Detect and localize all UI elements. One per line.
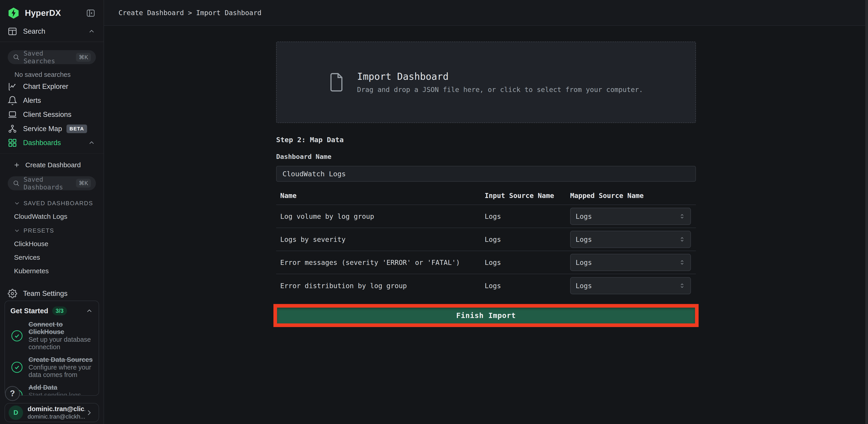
sidebar-item-label: Alerts xyxy=(23,97,41,105)
app-title: HyperDX xyxy=(25,8,61,18)
get-started-item-add-data[interactable]: Add Data Start sending logs, metrics, or… xyxy=(10,384,93,396)
sidebar-divider xyxy=(0,153,103,154)
sidebar-item-label: Chart Explorer xyxy=(23,83,68,91)
sidebar-item-search[interactable]: Search xyxy=(0,24,103,38)
chevron-down-icon xyxy=(14,200,20,206)
chevron-up-icon xyxy=(86,307,93,315)
input-source-cell: Logs xyxy=(485,213,570,220)
no-saved-searches-note: No saved searches xyxy=(14,71,103,78)
finish-import-button[interactable]: Finish Import xyxy=(277,307,695,323)
sidebar-item-team-settings[interactable]: Team Settings xyxy=(0,287,103,301)
mapped-source-select[interactable]: Logs xyxy=(570,277,691,294)
import-dashboard-panel: Import Dashboard Drag and drop a JSON fi… xyxy=(104,26,868,424)
select-chevrons-icon xyxy=(679,213,685,220)
avatar: D xyxy=(9,405,23,420)
get-started-item-connect[interactable]: Connect to ClickHouse Set up your databa… xyxy=(10,321,93,351)
dashboards-icon xyxy=(7,138,18,148)
annotation-highlight-box: Finish Import xyxy=(273,304,699,327)
get-started-header[interactable]: Get Started 3/3 xyxy=(10,306,93,315)
sidebar-item-client-sessions[interactable]: Client Sessions xyxy=(0,107,103,122)
get-started-item-desc: Configure where your data comes from xyxy=(29,364,93,379)
chart-name-cell: Error distribution by log group xyxy=(276,282,485,290)
check-circle-icon xyxy=(10,329,24,343)
chart-name-cell: Error messages (severity 'ERROR' or 'FAT… xyxy=(276,259,485,266)
create-dashboard-label: Create Dashboard xyxy=(25,161,81,169)
sidebar-item-dashboards[interactable]: Dashboards xyxy=(0,136,103,150)
breadcrumb-separator: > xyxy=(188,9,192,17)
preset-item-services[interactable]: Services xyxy=(0,254,103,261)
dashboard-item-cloudwatch-logs[interactable]: CloudWatch Logs xyxy=(0,213,103,220)
laptop-icon xyxy=(7,109,18,120)
get-started-progress-badge: 3/3 xyxy=(52,306,67,315)
saved-searches-input[interactable]: Saved Searches ⌘K xyxy=(8,50,96,64)
get-started-item-title: Create Data Sources xyxy=(29,356,93,363)
plus-icon xyxy=(13,161,20,169)
section-label: PRESETS xyxy=(24,227,54,234)
dashboard-name-input[interactable] xyxy=(276,166,696,182)
user-email: dominic.tran@clickh... xyxy=(28,413,85,420)
main-area: Create Dashboard > Import Dashboard Impo… xyxy=(104,0,868,424)
collapse-sidebar-button[interactable] xyxy=(86,8,95,18)
chevron-down-icon xyxy=(14,228,20,233)
preset-item-kubernetes[interactable]: Kubernetes xyxy=(0,267,103,275)
column-header-mapped-source: Mapped Source Name xyxy=(570,192,696,200)
get-started-item-desc: Set up your database connection xyxy=(29,336,93,351)
selected-source-value: Logs xyxy=(576,259,592,266)
search-section-icon xyxy=(7,27,18,36)
sidebar-item-label: Service Map xyxy=(23,125,62,133)
chevron-up-icon xyxy=(88,139,95,147)
sidebar-item-chart-explorer[interactable]: Chart Explorer xyxy=(0,79,103,93)
saved-dashboards-section-header[interactable]: SAVED DASHBOARDS xyxy=(14,200,95,207)
saved-dashboards-input[interactable]: Saved Dashboards ⌘K xyxy=(8,176,96,190)
input-source-cell: Logs xyxy=(485,235,570,243)
step-label: Step 2: Map Data xyxy=(276,136,696,144)
breadcrumb-import-dashboard[interactable]: Import Dashboard xyxy=(196,9,261,17)
get-started-item-sources[interactable]: Create Data Sources Configure where your… xyxy=(10,356,93,379)
service-map-icon xyxy=(7,124,18,134)
shortcut-badge: ⌘K xyxy=(76,179,91,188)
saved-searches-placeholder: Saved Searches xyxy=(24,50,76,65)
column-header-input-source: Input Source Name xyxy=(485,192,570,200)
sidebar-item-alerts[interactable]: Alerts xyxy=(0,94,103,107)
sidebar-item-label: Team Settings xyxy=(23,290,67,298)
select-chevrons-icon xyxy=(679,259,685,266)
selected-source-value: Logs xyxy=(576,235,592,243)
breadcrumb-create-dashboard[interactable]: Create Dashboard xyxy=(119,9,184,17)
sidebar-divider xyxy=(0,41,103,42)
mapped-source-select[interactable]: Logs xyxy=(570,208,691,225)
get-started-item-title: Add Data xyxy=(29,384,93,391)
chart-name-cell: Log volume by log group xyxy=(276,213,485,220)
selected-source-value: Logs xyxy=(576,282,592,290)
check-circle-icon xyxy=(10,361,24,374)
vertical-scrollbar[interactable] xyxy=(865,0,868,424)
select-chevrons-icon xyxy=(679,236,685,243)
presets-section-header[interactable]: PRESETS xyxy=(14,227,95,234)
beta-badge: BETA xyxy=(66,125,87,133)
gear-icon xyxy=(7,289,18,298)
get-started-item-desc: Start sending logs, metrics, or traces xyxy=(29,391,93,396)
search-icon xyxy=(13,54,20,61)
file-icon xyxy=(329,72,344,92)
table-row: Logs by severity Logs Logs xyxy=(276,228,696,251)
user-account-card[interactable]: D dominic.tran@clic... dominic.tran@clic… xyxy=(4,403,99,422)
mapped-source-select[interactable]: Logs xyxy=(570,254,691,271)
sidebar-item-service-map[interactable]: Service Map BETA xyxy=(0,122,103,136)
breadcrumb: Create Dashboard > Import Dashboard xyxy=(104,0,868,26)
preset-item-clickhouse[interactable]: ClickHouse xyxy=(0,240,103,248)
section-label: SAVED DASHBOARDS xyxy=(24,200,93,207)
table-header-row: Name Input Source Name Mapped Source Nam… xyxy=(276,191,696,205)
mapped-source-select[interactable]: Logs xyxy=(570,231,691,248)
create-dashboard-button[interactable]: Create Dashboard xyxy=(0,158,103,172)
sidebar-item-label: Search xyxy=(23,27,45,35)
chevron-right-icon xyxy=(85,409,93,417)
selected-source-value: Logs xyxy=(576,213,592,220)
chevron-up-icon xyxy=(88,28,95,35)
dropzone-subtitle: Drag and drop a JSON file here, or click… xyxy=(357,86,643,94)
help-button[interactable]: ? xyxy=(5,386,20,401)
user-name: dominic.tran@clic... xyxy=(28,405,85,413)
sidebar-item-label: Dashboards xyxy=(23,139,61,147)
json-file-dropzone[interactable]: Import Dashboard Drag and drop a JSON fi… xyxy=(276,41,696,123)
hyperdx-app: HyperDX Search Saved Searche xyxy=(0,0,868,424)
logo-row: HyperDX xyxy=(0,0,103,24)
table-row: Error messages (severity 'ERROR' or 'FAT… xyxy=(276,251,696,274)
